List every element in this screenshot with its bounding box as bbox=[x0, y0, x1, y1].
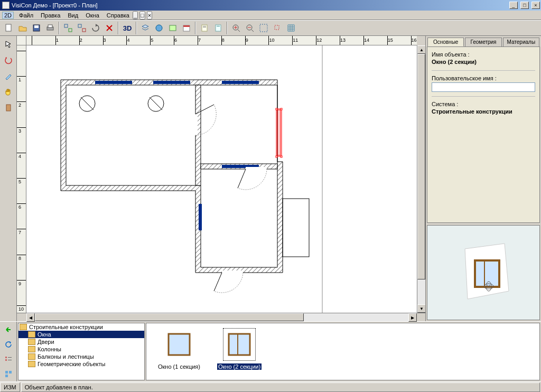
svg-line-26 bbox=[81, 97, 94, 110]
svg-rect-47 bbox=[5, 357, 7, 358]
library-tree[interactable]: Строительные конструкции Окна Двери Коло… bbox=[18, 323, 145, 380]
open-button[interactable] bbox=[16, 22, 29, 34]
vertical-scrollbar[interactable]: ▲ ▼ bbox=[417, 45, 425, 313]
svg-rect-37 bbox=[276, 156, 277, 157]
menu-view[interactable]: Вид bbox=[64, 12, 81, 19]
estimate-button[interactable] bbox=[212, 22, 225, 34]
svg-rect-5 bbox=[64, 24, 68, 27]
save-button[interactable] bbox=[30, 22, 43, 34]
zoom-fit-button[interactable] bbox=[257, 22, 270, 34]
calendar-button[interactable] bbox=[180, 22, 193, 34]
zoom-in-button[interactable] bbox=[230, 22, 242, 34]
svg-rect-31 bbox=[222, 81, 259, 84]
scroll-left-button[interactable]: ◀ bbox=[26, 313, 35, 322]
layers-button[interactable] bbox=[139, 22, 152, 34]
tab-geometry[interactable]: Геометрия bbox=[465, 38, 501, 46]
world-button[interactable] bbox=[153, 22, 165, 34]
maximize-button[interactable]: □ bbox=[520, 2, 529, 9]
grid-toggle-button[interactable] bbox=[285, 22, 297, 34]
svg-rect-12 bbox=[183, 25, 190, 27]
ungroup-button[interactable] bbox=[76, 22, 88, 34]
mdi-close-button[interactable]: × bbox=[147, 11, 152, 20]
rotate-button[interactable] bbox=[89, 22, 102, 34]
new-button[interactable] bbox=[3, 22, 15, 34]
mdi-restore-button[interactable]: □ bbox=[139, 11, 145, 20]
svg-rect-30 bbox=[153, 81, 190, 84]
scroll-down-button[interactable]: ▼ bbox=[417, 304, 425, 313]
svg-rect-0 bbox=[6, 24, 11, 31]
menu-windows[interactable]: Окна bbox=[82, 12, 102, 19]
preview-3d[interactable] bbox=[427, 225, 540, 320]
status-bar: ИЗМ Объект добавлен в план. bbox=[0, 381, 541, 392]
lib-list-button[interactable] bbox=[2, 353, 15, 365]
svg-rect-50 bbox=[8, 360, 12, 360]
print-button[interactable] bbox=[44, 22, 57, 34]
menu-bar-row: 2D Файл Правка Вид Окна Справка _ □ × bbox=[0, 11, 541, 20]
mode-3d-button[interactable]: 3D bbox=[121, 22, 134, 34]
horizontal-ruler: 12345678910111213141516 bbox=[26, 36, 417, 45]
group-button[interactable] bbox=[62, 22, 74, 34]
zoom-out-button[interactable] bbox=[244, 22, 256, 34]
report-button[interactable] bbox=[198, 22, 211, 34]
catalog-item-1[interactable]: Окно (2 секции) bbox=[217, 329, 262, 370]
color-tool[interactable] bbox=[2, 70, 15, 82]
menu-file[interactable]: Файл bbox=[16, 12, 36, 19]
catalog-item-0[interactable]: Окно (1 секция) bbox=[157, 329, 201, 370]
svg-rect-39 bbox=[281, 156, 282, 157]
catalog-row: Строительные конструкции Окна Двери Коло… bbox=[0, 321, 541, 381]
select-tool[interactable] bbox=[2, 38, 15, 51]
tree-item-windows[interactable]: Окна bbox=[18, 331, 144, 338]
svg-rect-16 bbox=[216, 25, 221, 31]
catalog-list[interactable]: Окно (1 секция) Окно (2 секции) bbox=[146, 323, 540, 380]
tab-materials[interactable]: Материалы bbox=[503, 38, 539, 46]
tree-item-columns[interactable]: Колонны bbox=[18, 346, 144, 353]
lib-refresh-button[interactable] bbox=[2, 339, 15, 350]
scroll-up-button[interactable]: ▲ bbox=[417, 45, 425, 54]
mode-badge-2d[interactable]: 2D bbox=[2, 12, 14, 19]
svg-rect-35 bbox=[277, 110, 281, 155]
label-system: Система : bbox=[432, 101, 535, 107]
mdi-minimize-button[interactable]: _ bbox=[133, 11, 138, 20]
menu-edit[interactable]: Правка bbox=[38, 12, 63, 19]
svg-rect-6 bbox=[69, 29, 72, 32]
export-button[interactable] bbox=[166, 22, 179, 34]
svg-rect-13 bbox=[202, 25, 207, 31]
svg-rect-53 bbox=[5, 375, 8, 377]
svg-rect-21 bbox=[275, 25, 279, 30]
label-object-name: Имя объекта : bbox=[432, 51, 535, 58]
tree-root[interactable]: Строительные конструкции bbox=[18, 323, 144, 331]
main-area: 12345678910111213141516 12345678910 bbox=[0, 36, 541, 321]
svg-rect-49 bbox=[8, 357, 12, 358]
undo-tool[interactable] bbox=[2, 54, 15, 67]
scroll-right-button[interactable]: ▶ bbox=[408, 313, 417, 322]
input-user-name[interactable] bbox=[432, 82, 535, 92]
tree-item-doors[interactable]: Двери bbox=[18, 338, 144, 346]
status-mode: ИЗМ bbox=[0, 382, 20, 392]
horizontal-scrollbar[interactable]: ◀ ▶ bbox=[17, 313, 425, 321]
catalog-toolbox bbox=[0, 322, 17, 381]
lib-icons-button[interactable] bbox=[2, 368, 15, 380]
tree-item-balconies[interactable]: Балконы и лестницы bbox=[18, 353, 144, 360]
tab-main[interactable]: Основные bbox=[427, 38, 464, 46]
delete-button[interactable] bbox=[103, 22, 116, 34]
svg-rect-36 bbox=[276, 108, 277, 110]
svg-rect-51 bbox=[5, 371, 8, 374]
menu-help[interactable]: Справка bbox=[104, 12, 133, 19]
vertical-ruler: 12345678910 bbox=[17, 45, 26, 313]
close-button[interactable]: × bbox=[531, 2, 540, 9]
minimize-button[interactable]: _ bbox=[509, 2, 518, 9]
tree-item-geom[interactable]: Геометрические объекты bbox=[18, 360, 144, 368]
svg-rect-55 bbox=[229, 334, 250, 355]
zoom-region-button[interactable] bbox=[271, 22, 284, 34]
pan-tool[interactable] bbox=[2, 86, 15, 98]
status-message: Объект добавлен в план. bbox=[21, 382, 540, 392]
svg-rect-33 bbox=[199, 204, 202, 230]
door-tool[interactable] bbox=[2, 101, 15, 114]
svg-rect-48 bbox=[5, 359, 7, 361]
system-buttons: _ □ × bbox=[508, 2, 540, 9]
label-user-name: Пользовательское имя : bbox=[432, 75, 535, 81]
lib-up-button[interactable] bbox=[2, 324, 15, 335]
canvas[interactable] bbox=[26, 45, 417, 313]
svg-rect-10 bbox=[170, 25, 176, 31]
properties-panel: Основные Геометрия Материалы Имя объекта… bbox=[426, 36, 541, 321]
